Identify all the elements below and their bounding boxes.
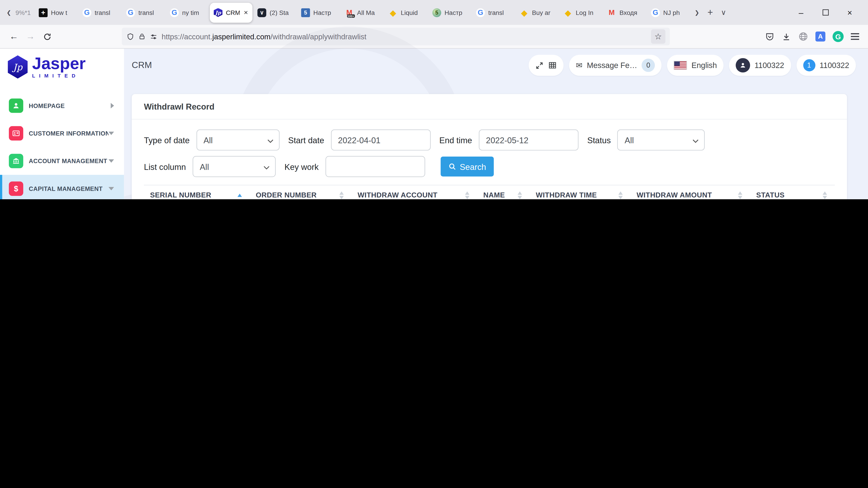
grammarly-extension-icon[interactable]: G: [833, 31, 844, 42]
browser-tab[interactable]: Gtransl: [472, 2, 515, 22]
binance-favicon: ◆: [520, 8, 529, 17]
sort-icon[interactable]: [618, 191, 623, 199]
address-bar[interactable]: https://account.jasperlimited.com/withdr…: [122, 28, 670, 45]
sort-icon[interactable]: [339, 191, 344, 199]
brand-logo[interactable]: Jp Jasper LIMITED: [0, 49, 124, 84]
maximize-window-icon[interactable]: [817, 4, 834, 21]
browser-tab[interactable]: ◆Buy ar: [516, 2, 559, 22]
bank-icon: [9, 154, 23, 168]
sidebar-item-customer-information[interactable]: CUSTOMER INFORMATION: [0, 120, 124, 147]
sidebar-item-account-management[interactable]: ACCOUNT MANAGEMENT: [0, 147, 124, 175]
fullscreen-icon[interactable]: [535, 61, 544, 70]
sort-icon[interactable]: [738, 191, 742, 199]
browser-tab[interactable]: Gtransl: [79, 2, 121, 22]
column-header-withdraw-time[interactable]: WITHDRAW TIME: [530, 191, 631, 199]
chevron-down-icon: [108, 187, 114, 191]
message-feedback-button[interactable]: ✉ Message Fe… 0: [569, 55, 661, 76]
column-header-serial-number[interactable]: SERIAL NUMBER: [144, 191, 250, 199]
tab-list-icon[interactable]: ∨: [717, 5, 730, 20]
reload-icon[interactable]: [39, 28, 55, 45]
shield-icon[interactable]: [126, 32, 134, 41]
start-date-input[interactable]: 2022-04-01: [331, 129, 431, 151]
gmail-unread-favicon: M100+: [345, 8, 354, 17]
column-label: WITHDRAW AMOUNT: [637, 191, 712, 199]
sidebar: Jp Jasper LIMITED HOMEPAGECUSTOMER INFOR…: [0, 49, 124, 199]
new-tab-icon[interactable]: +: [704, 5, 717, 20]
user-icon: [9, 98, 23, 113]
sort-icon[interactable]: [823, 191, 827, 199]
sort-icon[interactable]: [238, 193, 242, 197]
google-favicon: G: [170, 8, 179, 17]
lock-icon[interactable]: [138, 33, 146, 40]
chevron-down-icon: [267, 135, 273, 145]
downloads-icon[interactable]: [782, 32, 791, 41]
language-label: English: [691, 61, 717, 70]
browser-tab[interactable]: MВходя: [603, 2, 646, 22]
forward-icon[interactable]: →: [22, 28, 39, 45]
notification-account-button[interactable]: 1 1100322: [796, 55, 856, 76]
column-header-name[interactable]: NAME: [477, 191, 530, 199]
bookmark-star-icon[interactable]: ☆: [651, 29, 665, 44]
search-button[interactable]: Search: [440, 157, 494, 176]
sidebar-item-capital-management[interactable]: $CAPITAL MANAGEMENT: [2, 175, 124, 199]
toolbar-extensions: A G: [765, 31, 862, 42]
back-icon[interactable]: ←: [5, 28, 22, 45]
sidebar-item-homepage[interactable]: HOMEPAGE: [0, 92, 124, 120]
layout-toggle-button[interactable]: [529, 55, 564, 76]
column-header-order-number[interactable]: ORDER NUMBER: [250, 191, 351, 199]
grid-icon[interactable]: [548, 61, 557, 70]
translate-extension-icon[interactable]: A: [815, 32, 825, 41]
sort-asc: [518, 191, 522, 195]
column-label: NAME: [483, 191, 505, 199]
column-header-withdraw-amount[interactable]: WITHDRAW AMOUNT: [630, 191, 750, 199]
type-of-date-select[interactable]: All: [196, 129, 279, 151]
column-header-status[interactable]: STATUS: [750, 191, 835, 199]
tab-title: How t: [51, 9, 73, 15]
tab-scroll-left-icon[interactable]: ❮: [2, 5, 16, 20]
tab-title: (2) Sta: [270, 9, 292, 15]
partial-tab[interactable]: 9%*1: [16, 9, 34, 15]
mt5-favicon: 5: [432, 8, 441, 17]
end-time-input[interactable]: 2022-05-12: [479, 129, 579, 151]
browser-tab[interactable]: M100+All Ma: [341, 2, 384, 22]
sidebar-item-label: ACCOUNT MANAGEMENT: [29, 158, 108, 164]
table-header: SERIAL NUMBERORDER NUMBERWITHDRAW ACCOUN…: [144, 185, 835, 199]
pocket-icon[interactable]: [765, 32, 774, 41]
content-card: Withdrawl Record Type of dateAllStart da…: [132, 94, 847, 199]
tab-scroll-right-icon[interactable]: ❯: [690, 5, 704, 20]
close-window-icon[interactable]: ×: [841, 4, 858, 21]
browser-tab[interactable]: 5Настр: [429, 2, 471, 22]
globe-icon[interactable]: [798, 32, 808, 41]
column-label: WITHDRAW ACCOUNT: [358, 191, 437, 199]
list-column-select[interactable]: All: [193, 156, 276, 177]
language-selector[interactable]: English: [667, 55, 723, 76]
url-text[interactable]: https://account.jasperlimited.com/withdr…: [162, 32, 647, 41]
permissions-icon[interactable]: [149, 33, 158, 40]
status-select[interactable]: All: [617, 129, 705, 151]
browser-tab[interactable]: 5Настр: [297, 2, 340, 22]
minimize-window-icon[interactable]: –: [793, 4, 809, 21]
chevron-down-icon: [693, 135, 699, 145]
type-of-date-label: Type of date: [144, 135, 190, 145]
chevron-right-icon: [111, 103, 114, 108]
sort-icon[interactable]: [518, 191, 522, 199]
menu-icon[interactable]: [851, 33, 859, 40]
key-work-input[interactable]: [325, 156, 425, 177]
sort-desc: [465, 196, 469, 199]
screen: ❮9%*1+How tGtranslGtranslGny timJpCRM×∨(…: [0, 0, 868, 199]
browser-tab[interactable]: GNJ ph: [647, 2, 690, 22]
tab-close-icon[interactable]: ×: [243, 8, 248, 17]
browser-tab[interactable]: Gtransl: [122, 2, 165, 22]
avatar-icon: [736, 58, 750, 72]
browser-tab[interactable]: Gny tim: [166, 2, 209, 22]
sidebar-menu: HOMEPAGECUSTOMER INFORMATIONACCOUNT MANA…: [0, 92, 124, 199]
account-menu[interactable]: 1100322: [729, 55, 791, 76]
browser-tab[interactable]: ∨(2) Sta: [254, 2, 296, 22]
browser-tab-active[interactable]: JpCRM×: [210, 2, 252, 22]
sort-icon[interactable]: [465, 191, 469, 199]
column-header-withdraw-account[interactable]: WITHDRAW ACCOUNT: [351, 191, 477, 199]
browser-tab[interactable]: +How t: [35, 2, 78, 22]
browser-tab[interactable]: ◆Log In: [560, 2, 602, 22]
tab-title: NJ ph: [663, 9, 686, 15]
browser-tab[interactable]: ◆Liquid: [385, 2, 428, 22]
